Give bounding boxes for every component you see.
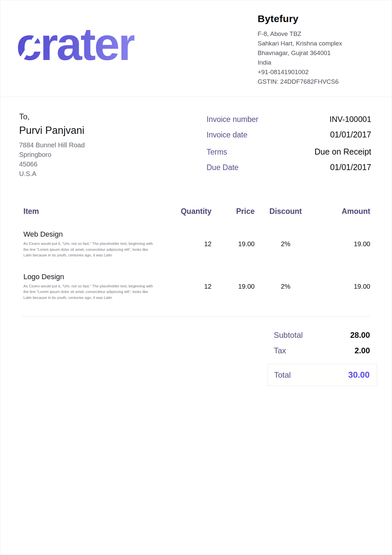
customer-address-line: Springboro	[19, 150, 85, 160]
item-description: As Cicero would put it, “Um, not so fast…	[23, 283, 157, 301]
table-row: Logo Design As Cicero would put it, “Um,…	[23, 273, 370, 301]
total-value: 30.00	[348, 370, 370, 380]
invoice-number-row: Invoice number INV-100001	[207, 115, 371, 124]
company-gstin: GSTIN: 24DDF7682FHVCS6	[258, 77, 371, 86]
logo-stencil-cut-r	[141, 38, 162, 67]
customer-address-line: 45066	[19, 160, 85, 169]
due-date-value: 01/01/2017	[330, 162, 371, 172]
column-header-item: Item	[23, 207, 157, 216]
item-price: 19.00	[211, 240, 255, 248]
tax-value: 2.00	[354, 346, 370, 355]
company-phone: +91-08141901002	[258, 67, 371, 77]
item-cell: Web Design As Cicero would put it, “Um, …	[23, 230, 157, 258]
item-name: Web Design	[23, 230, 157, 239]
item-amount: 19.00	[317, 240, 370, 248]
billing-section: To, Purvi Panjvani 7884 Bunnel Hill Road…	[0, 97, 392, 179]
items-table: Item Quantity Price Discount Amount Web …	[23, 207, 370, 301]
crater-logo: crater	[16, 19, 134, 69]
item-discount: 2%	[255, 283, 317, 290]
terms-label: Terms	[207, 148, 227, 157]
company-address-line: Sahkari Hart, Krishna complex	[258, 39, 371, 48]
crater-logo-wordmark: crater	[16, 19, 134, 69]
company-name: Bytefury	[258, 13, 371, 24]
invoice-number-label: Invoice number	[207, 115, 258, 124]
table-row: Web Design As Cicero would put it, “Um, …	[23, 230, 370, 258]
customer-address-line: U.S.A	[19, 169, 85, 179]
totals-block: Subtotal 28.00 Tax 2.00 Total 30.00	[267, 331, 377, 386]
item-description: As Cicero would put it, “Um, not so fast…	[23, 241, 157, 258]
subtotal-label: Subtotal	[274, 331, 303, 340]
subtotal-value: 28.00	[350, 331, 370, 340]
company-address-line: Bhavnagar, Gujrat 364001	[258, 48, 371, 58]
invoice-date-value: 01/01/2017	[330, 130, 371, 139]
subtotal-row: Subtotal 28.00	[267, 331, 377, 340]
invoice-date-label: Invoice date	[207, 131, 247, 139]
item-price: 19.00	[211, 283, 255, 290]
item-name: Logo Design	[23, 273, 157, 281]
column-header-quantity: Quantity	[157, 207, 211, 216]
customer-name: Purvi Panjvani	[19, 125, 85, 136]
tax-label: Tax	[274, 346, 286, 355]
terms-value: Due on Receipt	[315, 147, 371, 157]
invoice-number-value: INV-100001	[329, 115, 371, 124]
item-amount: 19.00	[317, 283, 370, 290]
item-discount: 2%	[255, 240, 317, 248]
column-header-price: Price	[211, 207, 255, 216]
customer-address: 7884 Bunnel Hill Road Springboro 45066 U…	[19, 140, 85, 179]
company-address-line: India	[258, 58, 371, 67]
invoice-page: crater Bytefury F-8, Above TBZ Sahkari H…	[0, 0, 392, 555]
items-table-header: Item Quantity Price Discount Amount	[23, 207, 370, 216]
company-address: F-8, Above TBZ Sahkari Hart, Krishna com…	[258, 29, 371, 86]
totals-divider	[22, 316, 370, 317]
terms-row: Terms Due on Receipt	[207, 147, 371, 157]
bill-to-block: To, Purvi Panjvani 7884 Bunnel Hill Road…	[19, 111, 85, 179]
tax-row: Tax 2.00	[267, 346, 377, 355]
item-quantity: 12	[157, 283, 211, 290]
column-header-discount: Discount	[255, 207, 317, 216]
company-address-line: F-8, Above TBZ	[258, 29, 371, 39]
total-label: Total	[274, 370, 291, 380]
due-date-row: Due Date 01/01/2017	[207, 162, 371, 172]
column-header-amount: Amount	[317, 207, 370, 216]
item-cell: Logo Design As Cicero would put it, “Um,…	[23, 273, 157, 301]
invoice-date-row: Invoice date 01/01/2017	[207, 130, 371, 139]
invoice-header: crater Bytefury F-8, Above TBZ Sahkari H…	[0, 0, 392, 97]
due-date-label: Due Date	[207, 163, 238, 172]
item-quantity: 12	[157, 240, 211, 248]
bill-to-label: To,	[19, 112, 85, 121]
company-block: Bytefury F-8, Above TBZ Sahkari Hart, Kr…	[258, 12, 371, 86]
invoice-meta: Invoice number INV-100001 Invoice date 0…	[207, 111, 371, 179]
total-box: Total 30.00	[267, 364, 377, 386]
customer-address-line: 7884 Bunnel Hill Road	[19, 140, 85, 150]
